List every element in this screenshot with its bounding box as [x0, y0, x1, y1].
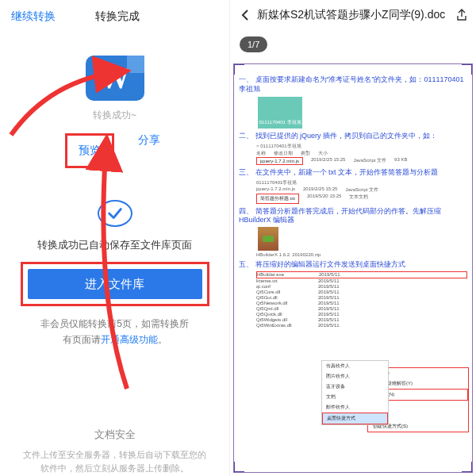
table-header-2: 名称修改日期类型大小	[256, 150, 467, 157]
word-letter: W	[100, 60, 130, 95]
jquery-file-box: jquery-1.7.2.min.js	[256, 157, 303, 165]
context-menu: 打开(O) 兼容性疑难解答(Y) 发送到(N) 剪切(T) 复制(C) 创建快捷…	[367, 367, 469, 432]
doc-header: 新媒体S2机试答题步骤小Z同学(9).doc	[230, 0, 476, 29]
doc-safe-text: 文件上传至安全服务器，转换后自动下载至您的软件中，然后立刻从服务器上传删除。	[0, 448, 229, 476]
step-4: 四、 简答题分析题作答完成后，开始代码部分的作答。先解压缩 HBuilderX …	[239, 207, 467, 225]
conversion-result-panel: 继续转换 转换完成 W 转换成功~ 预览 分享 转换成功已自动保存至文件库页面 …	[0, 0, 230, 476]
rar-name: HBuilderX.1.6.2. 20190220.zip	[256, 252, 467, 257]
table-row: jquery-1.7.2.min.js 2019/2/25 15:25JavaS…	[256, 157, 467, 165]
answer-txt-box: 简答题分析题.txt	[256, 194, 299, 204]
step-5: 五、 将压缩好的编辑器运行文件发送到桌面快捷方式	[239, 260, 467, 270]
step-3: 三、 在文件夹中，新建一个 txt 文本，开始作答简答题与分析题	[239, 168, 467, 178]
step-1: 一、 桌面按要求新建命名为“准考证号姓名”的文件夹，如：0111170401 李…	[239, 75, 467, 94]
context-submenu: 传真收件人 图片收件人 蓝牙设备 文档 邮件收件人 桌面快捷方式	[321, 360, 389, 425]
sub-desktop-shortcut[interactable]: 桌面快捷方式	[322, 413, 388, 424]
convert-status: 转换成功~	[93, 109, 136, 122]
word-doc-icon: W	[86, 56, 144, 101]
continue-link[interactable]: 继续转换	[11, 10, 56, 24]
doc-safe-heading: 文档安全	[94, 428, 136, 442]
table-row: jquery-1.7.2.min.js2019/2/25 15:25JavaSc…	[256, 186, 467, 194]
doc-page[interactable]: 一、 桌面按要求新建命名为“准考证号姓名”的文件夹，如：0111170401 李…	[233, 63, 473, 473]
action-row: 预览 分享	[70, 133, 160, 168]
saved-message: 转换成功已自动保存至文件库页面	[37, 238, 192, 252]
table-row: 简答题分析题.txt 2019/5/20 15:25文本文档	[256, 194, 467, 204]
document-preview-panel: 新媒体S2机试答题步骤小Z同学(9).doc 1/7 一、 桌面按要求新建命名为…	[230, 0, 476, 476]
enter-library-highlight-box: 进入文件库	[21, 262, 209, 306]
path-2: > 0111170401李祖旭	[256, 143, 467, 150]
preview-highlight-box: 预览	[65, 133, 114, 168]
step-2: 二、 找到已提供的 jQuery 插件，拷贝到自己的文件夹中，如：	[239, 132, 467, 141]
member-note: 非会员仅能转换前5页，如需转换所 有页面请开通高级功能。	[40, 316, 189, 348]
success-check-icon	[98, 200, 132, 228]
preview-link[interactable]: 预览	[79, 144, 101, 156]
hbuilder-exe-row: HBuilder.exe2019/5/11	[256, 271, 467, 278]
share-link[interactable]: 分享	[138, 133, 160, 168]
path-3: 0111170401李祖旭	[256, 179, 467, 186]
folder-icon: 0111170401 李祖旭	[258, 97, 302, 129]
file-list: HBuilder.exe2019/5/11 license.txt2019/5/…	[256, 271, 467, 328]
left-header: 继续转换 转换完成	[0, 0, 229, 32]
rar-icon	[258, 227, 278, 251]
doc-title: 新媒体S2机试答题步骤小Z同学(9).doc	[257, 8, 451, 22]
page-indicator: 1/7	[240, 36, 267, 52]
back-icon[interactable]	[238, 8, 252, 22]
upgrade-link[interactable]: 开通高级功能	[101, 334, 158, 345]
header-title: 转换完成	[95, 10, 140, 24]
share-icon[interactable]	[455, 9, 468, 21]
enter-library-button[interactable]: 进入文件库	[28, 269, 202, 299]
